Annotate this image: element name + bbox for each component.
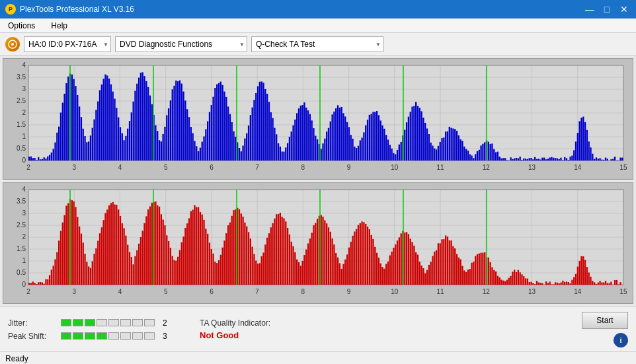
ta-quality-label: TA Quality Indicator: bbox=[200, 318, 270, 328]
jitter-meter bbox=[61, 319, 155, 326]
peakshift-seg-1 bbox=[61, 332, 71, 340]
toolbar: HA:0 ID:0 PX-716A DVD Diagnostic Functio… bbox=[0, 33, 636, 55]
minimize-button[interactable]: — bbox=[583, 4, 596, 15]
svg-point-1 bbox=[11, 43, 14, 46]
app-icon: P bbox=[5, 4, 16, 15]
bottom-chart-canvas bbox=[3, 183, 633, 303]
peakshift-seg-2 bbox=[73, 332, 83, 340]
jitter-seg-1 bbox=[61, 319, 71, 326]
peakshift-seg-8 bbox=[144, 332, 155, 340]
start-button[interactable]: Start bbox=[582, 312, 628, 329]
status-bar: Ready bbox=[0, 351, 636, 364]
peakshift-value: 3 bbox=[163, 332, 167, 341]
ta-quality-value: Not Good bbox=[200, 330, 270, 340]
bottom-panel: Jitter: 2 Peak Shift: bbox=[0, 307, 636, 351]
peakshift-row: Peak Shift: 3 bbox=[8, 332, 180, 341]
jitter-seg-5 bbox=[108, 319, 119, 326]
status-text: Ready bbox=[5, 354, 28, 363]
jitter-seg-8 bbox=[144, 319, 155, 326]
drive-icon bbox=[5, 37, 20, 52]
main-content bbox=[0, 55, 636, 307]
test-select-wrapper[interactable]: Q-Check TA Test bbox=[251, 36, 383, 52]
peakshift-meter bbox=[61, 332, 155, 340]
peakshift-seg-3 bbox=[85, 332, 95, 340]
jitter-seg-4 bbox=[97, 319, 107, 326]
jitter-seg-7 bbox=[132, 319, 143, 326]
title-left: P PlexTools Professional XL V3.16 bbox=[5, 4, 134, 15]
maximize-button[interactable]: □ bbox=[600, 4, 614, 15]
peakshift-seg-4 bbox=[97, 332, 107, 340]
top-chart-canvas bbox=[3, 59, 633, 179]
menu-options[interactable]: Options bbox=[5, 21, 38, 30]
menu-bar: Options Help bbox=[0, 18, 636, 33]
peakshift-seg-7 bbox=[132, 332, 143, 340]
title-controls[interactable]: — □ ✕ bbox=[583, 4, 631, 15]
jitter-value: 2 bbox=[163, 318, 167, 328]
bottom-chart bbox=[3, 182, 633, 304]
menu-help[interactable]: Help bbox=[48, 21, 70, 30]
function-select[interactable]: DVD Diagnostic Functions bbox=[115, 36, 247, 52]
drive-select[interactable]: HA:0 ID:0 PX-716A bbox=[24, 36, 111, 52]
drive-select-wrapper[interactable]: HA:0 ID:0 PX-716A bbox=[24, 36, 111, 52]
function-select-wrapper[interactable]: DVD Diagnostic Functions bbox=[115, 36, 247, 52]
test-select[interactable]: Q-Check TA Test bbox=[251, 36, 383, 52]
close-button[interactable]: ✕ bbox=[617, 4, 631, 15]
peakshift-seg-5 bbox=[108, 332, 119, 340]
window-title: PlexTools Professional XL V3.16 bbox=[20, 5, 134, 14]
jitter-seg-3 bbox=[85, 319, 95, 326]
ta-section: TA Quality Indicator: Not Good bbox=[200, 318, 270, 340]
jitter-seg-2 bbox=[73, 319, 83, 326]
jitter-row: Jitter: 2 bbox=[8, 318, 180, 328]
jitter-seg-6 bbox=[120, 319, 131, 326]
start-btn-area: Start i bbox=[582, 312, 628, 347]
top-chart bbox=[3, 58, 633, 180]
info-button[interactable]: i bbox=[614, 333, 628, 347]
title-bar: P PlexTools Professional XL V3.16 — □ ✕ bbox=[0, 0, 636, 18]
peakshift-label: Peak Shift: bbox=[8, 332, 56, 341]
metrics-section: Jitter: 2 Peak Shift: bbox=[8, 318, 180, 341]
peakshift-seg-6 bbox=[120, 332, 131, 340]
jitter-label: Jitter: bbox=[8, 318, 56, 328]
